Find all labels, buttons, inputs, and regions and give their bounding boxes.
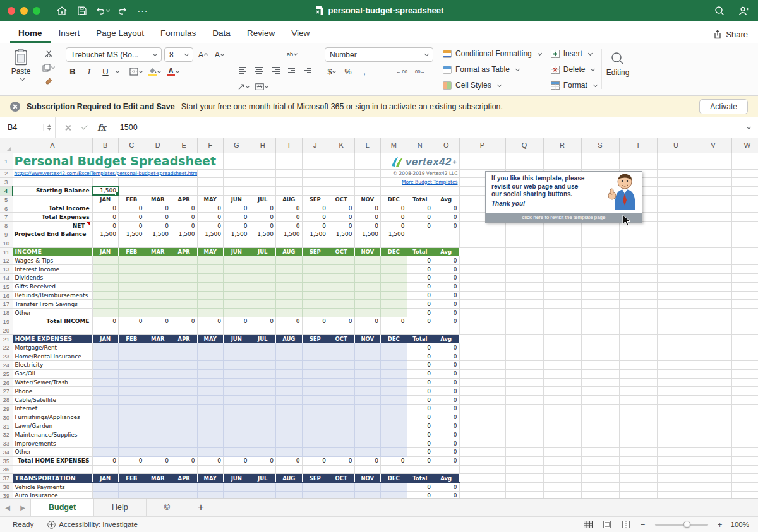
cell[interactable]: MAR bbox=[145, 474, 171, 483]
cell[interactable] bbox=[731, 265, 758, 274]
cell[interactable]: MAY bbox=[197, 334, 224, 343]
cell[interactable] bbox=[433, 326, 460, 334]
cell[interactable] bbox=[731, 361, 758, 370]
cell[interactable] bbox=[505, 439, 543, 448]
cell[interactable]: 0 bbox=[119, 204, 145, 213]
cell[interactable] bbox=[302, 153, 328, 169]
cell[interactable] bbox=[581, 300, 619, 309]
share-button[interactable]: Share bbox=[713, 30, 748, 43]
cell[interactable] bbox=[731, 230, 758, 239]
cell[interactable] bbox=[459, 317, 505, 326]
increase-indent-button[interactable] bbox=[301, 64, 315, 77]
column-header-I[interactable]: I bbox=[276, 138, 303, 153]
align-middle-button[interactable] bbox=[252, 47, 266, 61]
cell[interactable] bbox=[250, 282, 276, 291]
cell[interactable]: 0 bbox=[145, 456, 171, 465]
cell[interactable] bbox=[119, 343, 145, 352]
cell[interactable]: MAY bbox=[197, 474, 224, 483]
cell[interactable] bbox=[543, 247, 581, 256]
cell[interactable] bbox=[224, 378, 250, 387]
cell[interactable] bbox=[302, 309, 328, 317]
cell[interactable] bbox=[302, 169, 328, 178]
cell[interactable]: 0 bbox=[407, 448, 433, 457]
cell[interactable]: 0 bbox=[224, 213, 250, 222]
cell[interactable]: 1,500 bbox=[197, 230, 224, 239]
row-header-17[interactable]: 17 bbox=[0, 300, 13, 309]
cell[interactable] bbox=[459, 361, 505, 370]
cell[interactable] bbox=[302, 439, 328, 448]
cell[interactable] bbox=[433, 465, 460, 474]
cell[interactable] bbox=[354, 448, 381, 457]
cell[interactable]: 0 bbox=[302, 204, 328, 213]
row-header-30[interactable]: 30 bbox=[0, 413, 13, 422]
cell[interactable] bbox=[276, 369, 303, 378]
cell[interactable] bbox=[657, 439, 695, 448]
cell[interactable] bbox=[250, 491, 276, 498]
cell[interactable] bbox=[657, 456, 695, 465]
cell[interactable] bbox=[381, 352, 407, 361]
cell[interactable] bbox=[224, 405, 250, 413]
cell[interactable] bbox=[543, 230, 581, 239]
cell[interactable] bbox=[581, 422, 619, 430]
cell[interactable] bbox=[543, 282, 581, 291]
cell[interactable] bbox=[250, 326, 276, 334]
cell[interactable] bbox=[250, 448, 276, 457]
home-expense-item-label[interactable]: Home/Rental Insurance bbox=[13, 352, 92, 361]
cell[interactable] bbox=[197, 448, 224, 457]
cell[interactable] bbox=[459, 326, 505, 334]
cell[interactable] bbox=[731, 222, 758, 230]
minimize-window-button[interactable] bbox=[20, 7, 28, 15]
cell[interactable] bbox=[302, 300, 328, 309]
cell[interactable] bbox=[13, 326, 92, 334]
row-header-29[interactable]: 29 bbox=[0, 405, 13, 413]
cell[interactable] bbox=[505, 396, 543, 405]
font-size-select[interactable]: 8 bbox=[164, 47, 193, 62]
cell[interactable] bbox=[657, 448, 695, 457]
cell[interactable] bbox=[328, 396, 355, 405]
close-window-button[interactable] bbox=[8, 7, 15, 15]
cell[interactable] bbox=[354, 187, 381, 196]
cell[interactable] bbox=[250, 413, 276, 422]
cell[interactable] bbox=[731, 343, 758, 352]
cell[interactable] bbox=[731, 282, 758, 291]
cell[interactable]: 0 bbox=[407, 265, 433, 274]
cell[interactable] bbox=[459, 396, 505, 405]
number-format-select[interactable]: Number bbox=[325, 47, 433, 62]
cell[interactable] bbox=[250, 465, 276, 474]
cell[interactable]: 0 bbox=[119, 213, 145, 222]
cell[interactable] bbox=[695, 187, 731, 196]
cell[interactable] bbox=[197, 405, 224, 413]
cell[interactable]: 0 bbox=[354, 456, 381, 465]
align-bottom-button[interactable] bbox=[268, 47, 282, 61]
cell[interactable]: SEP bbox=[302, 474, 328, 483]
cell[interactable] bbox=[381, 343, 407, 352]
cell[interactable] bbox=[731, 239, 758, 247]
cell[interactable] bbox=[543, 387, 581, 396]
cell[interactable] bbox=[695, 456, 731, 465]
cell[interactable] bbox=[354, 352, 381, 361]
cell[interactable]: 0 bbox=[276, 213, 303, 222]
format-cells-button[interactable]: Format bbox=[551, 79, 597, 92]
cut-button[interactable] bbox=[40, 49, 56, 59]
cell[interactable]: 0 bbox=[433, 448, 460, 457]
cell[interactable] bbox=[731, 178, 758, 187]
cell[interactable] bbox=[276, 178, 303, 187]
cell[interactable]: 0 bbox=[197, 213, 224, 222]
cell[interactable] bbox=[505, 343, 543, 352]
column-header-W[interactable]: W bbox=[731, 138, 758, 153]
cell[interactable] bbox=[92, 274, 119, 283]
cell[interactable] bbox=[459, 483, 505, 492]
cell[interactable] bbox=[459, 247, 505, 256]
decrease-decimal-button[interactable]: .00→ bbox=[412, 65, 427, 78]
cell[interactable] bbox=[92, 396, 119, 405]
cell[interactable] bbox=[731, 422, 758, 430]
cell[interactable] bbox=[171, 300, 198, 309]
cell[interactable] bbox=[459, 448, 505, 457]
cell[interactable] bbox=[581, 343, 619, 352]
cell[interactable]: 0 bbox=[407, 405, 433, 413]
cell[interactable]: 0 bbox=[328, 317, 355, 326]
income-item-label[interactable]: Refunds/Reimbursements bbox=[13, 291, 92, 300]
cell[interactable]: 0 bbox=[433, 405, 460, 413]
cell[interactable] bbox=[459, 309, 505, 317]
cell[interactable] bbox=[354, 465, 381, 474]
